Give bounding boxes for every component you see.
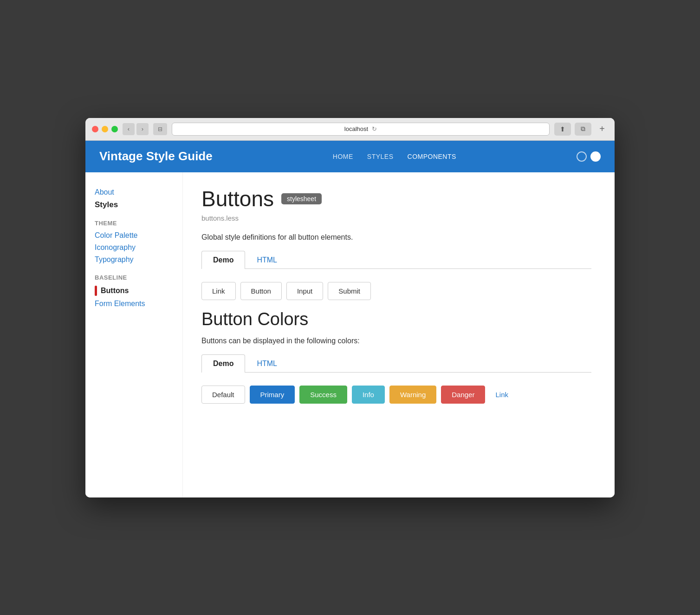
sidebar-item-form-elements[interactable]: Form Elements: [95, 298, 173, 310]
main-layout: About Styles THEME Color Palette Iconogr…: [85, 172, 615, 497]
browser-actions: ⬆ ⧉: [554, 123, 591, 136]
traffic-lights: [92, 126, 118, 132]
sidebar-item-color-palette[interactable]: Color Palette: [95, 229, 173, 242]
btn-link-style[interactable]: Link: [490, 386, 514, 404]
new-window-button[interactable]: ⧉: [575, 123, 591, 136]
tab-html-basic[interactable]: HTML: [245, 251, 289, 269]
nav-home[interactable]: HOME: [333, 153, 353, 160]
main-content: Buttons stylesheet buttons.less Global s…: [183, 172, 615, 497]
new-tab-button[interactable]: +: [596, 123, 608, 135]
btn-input[interactable]: Input: [286, 282, 323, 300]
navbar-nav: HOME STYLES COMPONENTS: [333, 153, 456, 160]
tabs-colors: Demo HTML: [201, 354, 591, 373]
browser-window: ‹ › ⊟ localhost ↻ ⬆ ⧉ + Vintage Style Gu…: [85, 118, 615, 497]
app-container: Vintage Style Guide HOME STYLES COMPONEN…: [85, 141, 615, 497]
active-indicator: [95, 286, 97, 296]
traffic-light-red[interactable]: [92, 126, 98, 132]
forward-button[interactable]: ›: [136, 123, 149, 135]
url-text: localhost: [344, 125, 368, 132]
navbar: Vintage Style Guide HOME STYLES COMPONEN…: [85, 141, 615, 172]
toggle-circle-outline[interactable]: [577, 151, 587, 162]
navbar-brand: Vintage Style Guide: [99, 149, 213, 164]
btn-danger[interactable]: Danger: [441, 386, 485, 404]
btn-link[interactable]: Link: [201, 282, 236, 300]
tab-demo-colors[interactable]: Demo: [201, 354, 245, 373]
traffic-light-yellow[interactable]: [102, 126, 108, 132]
nav-buttons: ‹ ›: [123, 123, 149, 135]
colors-description: Buttons can be displayed in the followin…: [201, 337, 591, 345]
sidebar-item-buttons[interactable]: Buttons: [95, 284, 173, 298]
sidebar: About Styles THEME Color Palette Iconogr…: [85, 172, 183, 497]
btn-primary[interactable]: Primary: [250, 386, 295, 404]
btn-submit[interactable]: Submit: [328, 282, 371, 300]
file-name: buttons.less: [201, 214, 591, 222]
tab-demo-basic[interactable]: Demo: [201, 251, 245, 269]
colors-section-title: Button Colors: [201, 309, 591, 329]
page-title: Buttons: [201, 186, 274, 211]
page-header: Buttons stylesheet: [201, 186, 591, 211]
sidebar-item-typography[interactable]: Typography: [95, 254, 173, 266]
browser-chrome: ‹ › ⊟ localhost ↻ ⬆ ⧉ +: [85, 118, 615, 141]
traffic-light-green[interactable]: [111, 126, 118, 132]
sidebar-item-styles[interactable]: Styles: [95, 198, 173, 211]
sidebar-section-theme: THEME: [95, 220, 173, 227]
btn-info[interactable]: Info: [352, 386, 385, 404]
sidebar-item-about[interactable]: About: [95, 186, 173, 198]
color-buttons-demo: Default Primary Success Info Warning Dan…: [201, 386, 591, 404]
btn-success[interactable]: Success: [299, 386, 347, 404]
btn-default[interactable]: Default: [201, 386, 245, 404]
address-bar: localhost ↻: [172, 123, 550, 136]
reload-button[interactable]: ↻: [372, 125, 377, 132]
back-button[interactable]: ‹: [123, 123, 135, 135]
basic-buttons-demo: Link Button Input Submit: [201, 282, 591, 300]
sidebar-item-iconography[interactable]: Iconography: [95, 242, 173, 254]
browser-titlebar: ‹ › ⊟ localhost ↻ ⬆ ⧉ +: [92, 123, 608, 136]
btn-warning[interactable]: Warning: [389, 386, 436, 404]
stylesheet-badge: stylesheet: [281, 193, 322, 204]
nav-components[interactable]: COMPONENTS: [408, 153, 456, 160]
btn-button[interactable]: Button: [240, 282, 282, 300]
nav-styles[interactable]: STYLES: [367, 153, 394, 160]
toggle-circle-filled[interactable]: [590, 151, 601, 162]
share-button[interactable]: ⬆: [554, 123, 571, 136]
navbar-toggles: [577, 151, 601, 162]
sidebar-section-baseline: BASELINE: [95, 274, 173, 281]
tab-html-colors[interactable]: HTML: [245, 354, 289, 373]
tabs-basic: Demo HTML: [201, 251, 591, 269]
sidebar-toggle-button[interactable]: ⊟: [153, 123, 167, 135]
section-description: Global style definitions for all button …: [201, 233, 591, 242]
